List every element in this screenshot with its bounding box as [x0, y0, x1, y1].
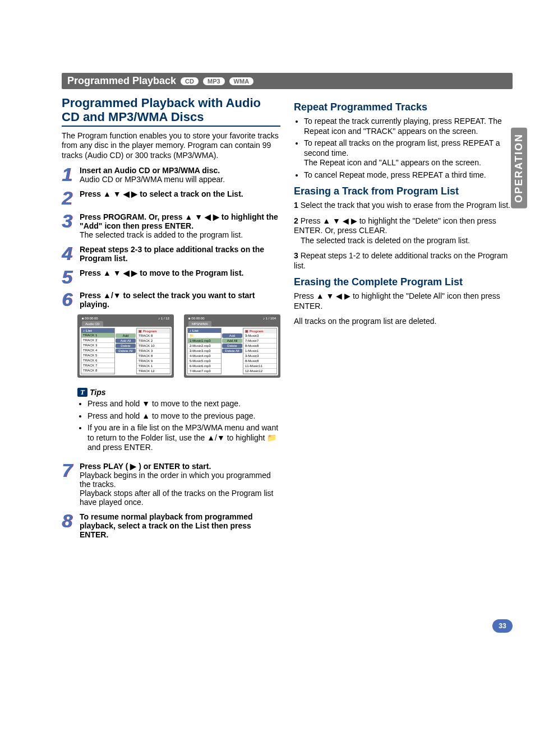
delete-all-button: Delete All — [222, 349, 242, 353]
erase-step-2: 2 Press ▲ ▼ ◀ ▶ to highlight the "Delete… — [294, 216, 513, 246]
page-number: 33 — [492, 619, 513, 633]
mp3-count: 1 / 104 — [266, 317, 276, 320]
step-number-icon: 2 — [62, 189, 77, 207]
erase-step-3: 3 Repeat steps 1-2 to delete additional … — [294, 251, 513, 271]
list-item: 4-Music4.mp3 — [188, 354, 221, 359]
step-7-title: Press PLAY ( ▶ ) or ENTER to start. — [80, 462, 211, 471]
list-item: TRACK 1 — [137, 364, 170, 369]
program-icon: ▣ — [245, 329, 248, 333]
list-item: TRACK 6 — [81, 358, 114, 363]
mp3-prog-head: Program — [250, 330, 264, 333]
step-6-title: Press ▲/▼ to select the track you want t… — [80, 291, 255, 309]
repeat-item-2-main: To repeat all tracks on the program list… — [304, 138, 500, 157]
list-item: TRACK 8 — [137, 354, 170, 359]
step-7-sub1: Playback begins in the order in which yo… — [80, 471, 271, 489]
step-number-icon: 7 — [62, 462, 77, 507]
step-5-title: Press ▲ ▼ ◀ ▶ to move to the Program lis… — [80, 268, 243, 277]
list-item: TRACK 9 — [137, 359, 170, 364]
step-1-title: Insert an Audio CD or MP3/WMA disc. — [80, 166, 220, 175]
erase-track-title: Erasing a Track from Program List — [294, 185, 513, 197]
list-item: TRACK 8 — [81, 368, 114, 373]
mp3-list-head: List — [192, 329, 199, 332]
step-number-icon: 3 — [62, 212, 77, 239]
side-tab-operation: OPERATION — [511, 128, 527, 208]
step-6: 6 Press ▲/▼ to select the track you want… — [62, 291, 280, 309]
step-3-sub: The selected track is added to the progr… — [80, 230, 243, 239]
tip-item: Press and hold ▲ to move to the previous… — [87, 411, 280, 421]
tip-item: If you are in a file list on the MP3/WMA… — [87, 423, 280, 453]
delete-button: Delete — [116, 344, 136, 348]
list-item: TRACK 2 — [137, 338, 170, 344]
add-button: Add — [116, 333, 136, 338]
tips-icon: T — [77, 388, 87, 397]
repeat-item-2: To repeat all tracks on the program list… — [304, 138, 513, 168]
erase-step-3-text: Repeat steps 1-2 to delete additional tr… — [294, 251, 508, 270]
musicnote-icon: ♪ — [83, 329, 85, 332]
step-5: 5 Press ▲ ▼ ◀ ▶ to move to the Program l… — [62, 268, 280, 286]
intro-paragraph: The Program function enables you to stor… — [62, 131, 280, 161]
step-1-sub: Audio CD or MP3/WMA menu will appear. — [80, 175, 225, 184]
list-item: TRACK 3 — [81, 343, 114, 348]
cd-time: 00:00:00 — [85, 317, 98, 320]
step-7: 7 Press PLAY ( ▶ ) or ENTER to start. Pl… — [62, 462, 280, 507]
list-item: TRACK 12 — [137, 369, 170, 374]
list-item: TRACK 1 — [81, 333, 114, 338]
repeat-item-3: To cancel Repeat mode, press REPEAT a th… — [304, 170, 513, 180]
erase-step-2-sub: The selected track is deleted on the pro… — [301, 236, 470, 245]
list-item: 3-Music3 — [243, 354, 276, 359]
list-item: 1-Music1 — [243, 349, 276, 354]
add-all-button: Add All — [116, 338, 136, 343]
step-8: 8 To resume normal playback from program… — [62, 512, 280, 539]
erase-all-title: Erasing the Complete Program List — [294, 276, 513, 288]
list-item: 5-Music5.mp3 — [188, 359, 221, 364]
cd-tab: Audio CD — [82, 321, 103, 327]
step-4: 4 Repeat steps 2-3 to place additional t… — [62, 245, 280, 263]
step-4-title: Repeat steps 2-3 to place additional tra… — [80, 245, 264, 263]
step-2: 2 Press ▲ ▼ ◀ ▶ to select a track on the… — [62, 189, 280, 207]
erase-all-p1: Press ▲ ▼ ◀ ▶ to highlight the "Delete A… — [294, 291, 513, 311]
badge-wma: WMA — [229, 77, 254, 85]
erase-step-1: 1 Select the track that you wish to eras… — [294, 201, 513, 211]
mp3-time: 00:00:00 — [191, 317, 204, 320]
cd-prog-head: Program — [143, 330, 157, 333]
list-item: TRACK 3 — [137, 349, 170, 354]
list-item: 12-Music12 — [243, 369, 276, 374]
list-item: 8-Music8 — [243, 359, 276, 364]
mp3-tab: MP3/WMA — [188, 321, 211, 327]
main-title: Programmed Playback with Audio CD and MP… — [62, 96, 280, 127]
cd-count: 1 / 12 — [161, 317, 169, 320]
list-item: 7-Music7.mp3 — [188, 369, 221, 374]
delete-all-button: Delete All — [116, 349, 136, 353]
step-7-sub2: Playback stops after all of the tracks o… — [80, 489, 274, 507]
repeat-item-1: To repeat the track currently playing, p… — [304, 117, 513, 136]
step-number-icon: 5 — [62, 268, 77, 286]
step-number-icon: 4 — [62, 245, 77, 263]
add-all-button: Add All — [222, 338, 242, 343]
ui-screenshots: ■ 00:00:00 ♪ 1 / 12 Audio CD ♪List TRACK… — [77, 314, 280, 378]
program-icon: ▣ — [139, 329, 142, 333]
cd-list-head: List — [86, 329, 92, 332]
list-item: 3-Music3 — [243, 333, 276, 338]
tips-box: T Tips Press and hold ▼ to move to the n… — [77, 388, 280, 453]
step-number-icon: 1 — [62, 166, 77, 184]
add-button: Add — [222, 333, 242, 338]
list-item: TRACK 2 — [81, 338, 114, 343]
list-item: TRACK 7 — [81, 363, 114, 368]
list-item: 📁 — [188, 333, 221, 338]
step-8-title: To resume normal playback from programme… — [80, 512, 253, 539]
list-item: 2-Music2.mp3 — [188, 344, 221, 349]
delete-button: Delete — [222, 344, 242, 348]
left-column: Programmed Playback with Audio CD and MP… — [62, 96, 280, 545]
tips-head-label: Tips — [90, 388, 106, 397]
list-item: TRACK 4 — [81, 348, 114, 353]
list-item: TRACK 8 — [137, 333, 170, 338]
step-number-icon: 8 — [62, 512, 77, 539]
list-item: 3-Music3.mp3 — [188, 349, 221, 354]
step-2-title: Press ▲ ▼ ◀ ▶ to select a track on the L… — [80, 189, 243, 198]
repeat-title: Repeat Programmed Tracks — [294, 101, 513, 113]
tip-item: Press and hold ▼ to move to the next pag… — [87, 399, 280, 409]
step-1: 1 Insert an Audio CD or MP3/WMA disc. Au… — [62, 166, 280, 184]
list-item: 7-Music7 — [243, 338, 276, 344]
list-item: TRACK 5 — [81, 353, 114, 358]
list-item: TRACK 10 — [137, 344, 170, 349]
